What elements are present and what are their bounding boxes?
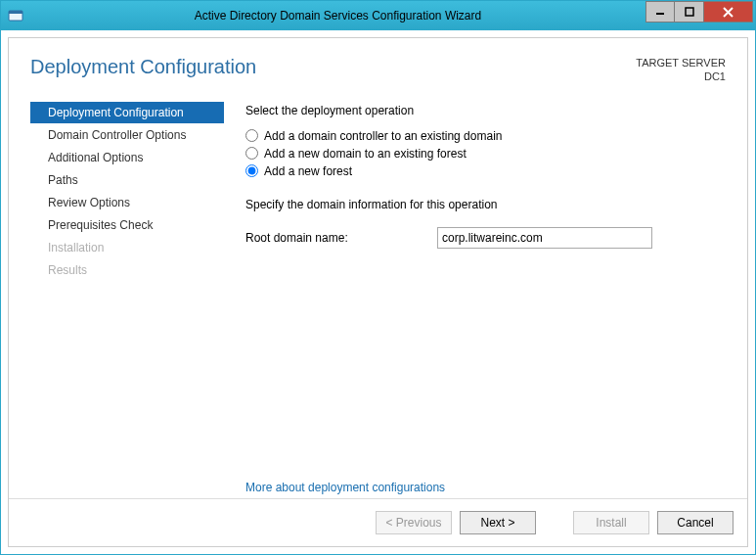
step-deployment-configuration[interactable]: Deployment Configuration — [30, 102, 224, 123]
step-results: Results — [30, 259, 224, 281]
body: Deployment Configuration Domain Controll… — [9, 92, 747, 498]
radio-add-dc-existing-domain[interactable]: Add a domain controller to an existing d… — [245, 129, 726, 143]
select-operation-label: Select the deployment operation — [245, 104, 726, 117]
radio-input-add-dc[interactable] — [245, 129, 258, 142]
window-title: Active Directory Domain Services Configu… — [30, 9, 645, 23]
target-server-label: TARGET SERVER — [636, 56, 726, 69]
cancel-button[interactable]: Cancel — [657, 511, 734, 534]
radio-input-new-forest[interactable] — [245, 164, 258, 177]
wizard-footer: < Previous Next > Install Cancel — [9, 498, 747, 546]
window-controls — [645, 1, 753, 23]
page-title: Deployment Configuration — [30, 56, 636, 78]
close-button[interactable] — [704, 1, 753, 23]
radio-label: Add a new domain to an existing forest — [264, 147, 467, 161]
titlebar: Active Directory Domain Services Configu… — [1, 1, 755, 30]
radio-add-domain-existing-forest[interactable]: Add a new domain to an existing forest — [245, 147, 726, 161]
target-server-value: DC1 — [636, 69, 726, 83]
maximize-button[interactable] — [675, 1, 704, 23]
wizard-window: Active Directory Domain Services Configu… — [0, 0, 756, 555]
main-content: Select the deployment operation Add a do… — [224, 92, 726, 498]
root-domain-label: Root domain name: — [245, 231, 437, 245]
step-installation: Installation — [30, 237, 224, 258]
svg-rect-1 — [9, 11, 22, 14]
content-frame: Deployment Configuration TARGET SERVER D… — [8, 37, 748, 547]
specify-domain-label: Specify the domain information for this … — [245, 198, 726, 211]
step-additional-options[interactable]: Additional Options — [30, 147, 224, 168]
previous-button: < Previous — [376, 511, 452, 534]
next-button[interactable]: Next > — [460, 511, 536, 534]
radio-label: Add a new forest — [264, 164, 352, 178]
target-server-block: TARGET SERVER DC1 — [636, 56, 726, 84]
step-review-options[interactable]: Review Options — [30, 192, 224, 213]
help-link-deployment-configurations[interactable]: More about deployment configurations — [245, 481, 726, 494]
page-header: Deployment Configuration TARGET SERVER D… — [9, 38, 747, 92]
minimize-button[interactable] — [645, 1, 675, 23]
install-button: Install — [573, 511, 649, 534]
wizard-steps-sidebar: Deployment Configuration Domain Controll… — [30, 92, 224, 498]
app-icon — [1, 1, 30, 30]
root-domain-input[interactable] — [437, 227, 652, 249]
root-domain-row: Root domain name: — [245, 227, 726, 249]
step-paths[interactable]: Paths — [30, 169, 224, 191]
radio-add-new-forest[interactable]: Add a new forest — [245, 164, 726, 178]
radio-label: Add a domain controller to an existing d… — [264, 129, 502, 143]
svg-rect-3 — [686, 8, 693, 16]
step-prerequisites-check[interactable]: Prerequisites Check — [30, 214, 224, 236]
step-domain-controller-options[interactable]: Domain Controller Options — [30, 124, 224, 146]
radio-input-add-domain[interactable] — [245, 147, 258, 160]
